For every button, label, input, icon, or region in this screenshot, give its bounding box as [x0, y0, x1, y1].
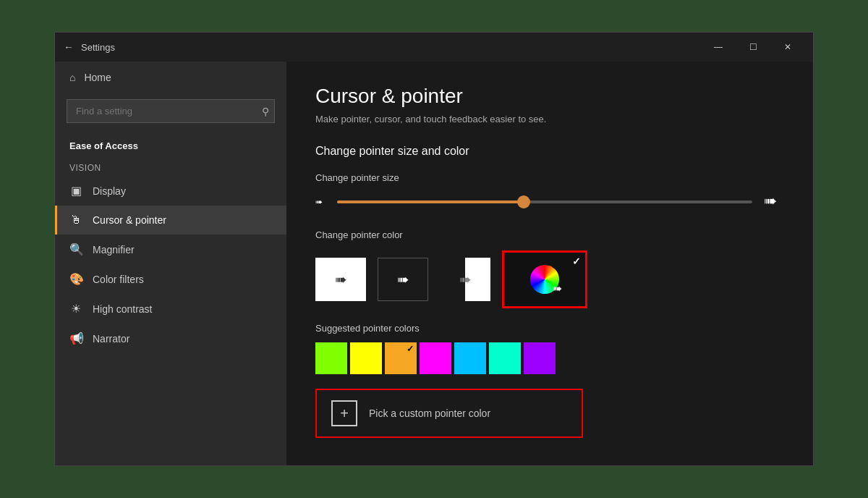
- color-option-white[interactable]: ➠: [315, 258, 366, 301]
- sidebar: ⌂ Home ⚲ Ease of Access Vision ▣ Display…: [55, 62, 286, 465]
- slider-thumb[interactable]: [517, 195, 530, 208]
- window-title: Settings: [81, 42, 702, 53]
- search-container: ⚲: [67, 99, 275, 123]
- custom-cursor-overlay: ➠: [553, 282, 562, 295]
- sidebar-item-label: Narrator: [93, 333, 129, 345]
- section-heading: Change pointer size and color: [315, 145, 784, 158]
- magnifier-icon: 🔍: [69, 242, 82, 256]
- narrator-icon: 📢: [69, 332, 82, 345]
- suggested-color-5[interactable]: [454, 342, 486, 374]
- sidebar-item-magnifier[interactable]: 🔍 Magnifier: [55, 235, 286, 264]
- sidebar-item-cursor[interactable]: 🖱 Cursor & pointer: [55, 206, 286, 235]
- suggested-color-2[interactable]: [350, 342, 382, 374]
- slider-fill: [337, 201, 524, 203]
- close-button[interactable]: ✕: [771, 36, 804, 58]
- custom-pick-button[interactable]: + Pick a custom pointer color: [315, 389, 583, 438]
- back-button[interactable]: ←: [64, 41, 74, 53]
- suggested-color-7[interactable]: [524, 342, 556, 374]
- sidebar-item-narrator[interactable]: 📢 Narrator: [55, 324, 286, 353]
- color-option-invert[interactable]: ➠: [440, 258, 490, 301]
- color-option-custom[interactable]: ➠ ✓: [502, 250, 587, 308]
- window-controls: — ☐ ✕: [702, 36, 804, 58]
- main-content: Cursor & pointer Make pointer, cursor, a…: [286, 62, 813, 465]
- pointer-size-slider-container: ➠ ➠: [315, 192, 784, 212]
- suggested-colors-label: Suggested pointer colors: [315, 323, 784, 334]
- cursor-large-icon: ➠: [764, 192, 784, 212]
- page-subtitle: Make pointer, cursor, and touch feedback…: [315, 114, 784, 124]
- sidebar-item-label: High contrast: [93, 303, 152, 315]
- sidebar-item-label: Cursor & pointer: [93, 214, 166, 226]
- high-contrast-icon: ☀: [69, 302, 82, 316]
- home-label: Home: [84, 72, 111, 83]
- sidebar-item-label: Color filters: [93, 274, 144, 285]
- search-input[interactable]: [67, 99, 275, 123]
- pointer-color-label: Change pointer color: [315, 229, 784, 240]
- display-icon: ▣: [69, 184, 82, 198]
- pointer-size-label: Change pointer size: [315, 172, 784, 183]
- invert-cursor-icon: ➠: [459, 271, 472, 288]
- white-cursor-icon: ➠: [335, 271, 347, 288]
- sidebar-item-home[interactable]: ⌂ Home: [55, 62, 286, 93]
- selected-checkmark: ✓: [407, 344, 414, 354]
- plus-icon: +: [331, 400, 357, 426]
- pointer-size-slider[interactable]: [337, 201, 752, 203]
- sidebar-section-title: Ease of Access: [55, 129, 286, 157]
- page-title: Cursor & pointer: [315, 85, 784, 108]
- suggested-color-4[interactable]: [420, 342, 451, 374]
- maximize-button[interactable]: ☐: [736, 36, 770, 58]
- sidebar-item-label: Display: [93, 185, 126, 197]
- suggested-color-3[interactable]: ✓: [385, 342, 417, 374]
- settings-window: ← Settings — ☐ ✕ ⌂ Home ⚲ Ease of Access…: [54, 32, 814, 466]
- color-filters-icon: 🎨: [69, 272, 82, 286]
- black-cursor-icon: ➠: [397, 271, 409, 288]
- cursor-icon: 🖱: [69, 214, 82, 227]
- pointer-color-options: ➠ ➠ ➠ ➠ ✓: [315, 250, 784, 308]
- custom-checkmark: ✓: [572, 256, 581, 267]
- sidebar-category-vision: Vision: [55, 157, 286, 176]
- sidebar-item-high-contrast[interactable]: ☀ High contrast: [55, 294, 286, 324]
- title-bar: ← Settings — ☐ ✕: [55, 33, 813, 62]
- suggested-color-1[interactable]: [315, 342, 347, 374]
- search-icon: ⚲: [262, 106, 269, 117]
- custom-pick-label: Pick a custom pointer color: [369, 408, 490, 419]
- suggested-color-6[interactable]: [489, 342, 521, 374]
- sidebar-item-display[interactable]: ▣ Display: [55, 176, 286, 206]
- window-content: ⌂ Home ⚲ Ease of Access Vision ▣ Display…: [55, 62, 813, 465]
- home-icon: ⌂: [69, 72, 75, 83]
- sidebar-item-color-filters[interactable]: 🎨 Color filters: [55, 264, 286, 294]
- color-option-black[interactable]: ➠: [378, 258, 428, 301]
- sidebar-item-label: Magnifier: [93, 244, 135, 256]
- minimize-button[interactable]: —: [702, 36, 735, 58]
- cursor-small-icon: ➠: [315, 197, 326, 207]
- search-icon-button[interactable]: ⚲: [262, 106, 269, 117]
- suggested-colors-container: ✓: [315, 342, 784, 374]
